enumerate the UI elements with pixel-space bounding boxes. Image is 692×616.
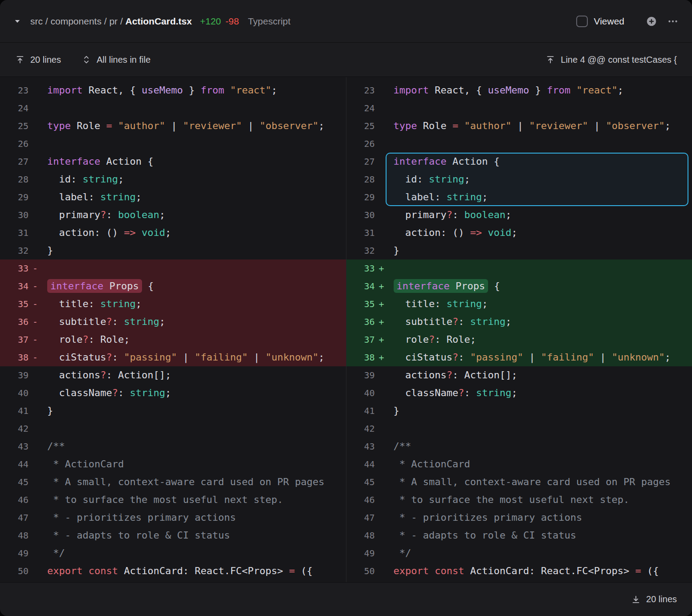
diff-marker (28, 491, 42, 509)
code-token: string (124, 316, 159, 327)
line-number[interactable]: 43 (346, 438, 375, 455)
diff-row: 42 (0, 420, 346, 438)
line-number[interactable]: 48 (0, 527, 28, 544)
line-number[interactable]: 23 (0, 81, 28, 99)
line-number[interactable]: 45 (346, 473, 375, 491)
line-number[interactable]: 27 (0, 153, 28, 170)
code-token: : Action[]; (452, 369, 517, 381)
code-line: */ (42, 544, 65, 562)
line-number[interactable]: 41 (346, 402, 375, 420)
code-token: import (394, 85, 429, 96)
line-number[interactable]: 40 (0, 384, 28, 402)
expand-all-button[interactable]: All lines in file (81, 55, 151, 65)
line-number[interactable]: 32 (346, 242, 375, 259)
line-number[interactable]: 33 (346, 259, 375, 277)
code-token: primary (394, 209, 447, 220)
diff-row: 45 * A small, context-aware card used on… (346, 473, 692, 491)
code-token: | (248, 352, 265, 363)
line-number[interactable]: 41 (0, 402, 28, 420)
line-number[interactable]: 47 (0, 509, 28, 527)
line-number[interactable]: 27 (346, 153, 375, 170)
line-number[interactable]: 45 (0, 473, 28, 491)
diff-marker (28, 188, 42, 206)
line-number[interactable]: 48 (346, 527, 375, 544)
diff-row: 24 (0, 99, 346, 117)
code-line: * to surface the most useful next step. (42, 491, 283, 509)
expand-all-label: All lines in file (97, 55, 151, 65)
line-number[interactable]: 26 (0, 135, 28, 153)
line-number[interactable]: 39 (346, 366, 375, 384)
line-number[interactable]: 30 (0, 206, 28, 224)
line-number[interactable]: 35 (0, 295, 28, 313)
code-line: actions?: Action[]; (42, 366, 171, 384)
line-number[interactable]: 25 (0, 117, 28, 135)
code-token: role (47, 334, 82, 345)
code-line (42, 99, 47, 117)
diff-row: 30 primary?: boolean; (346, 206, 692, 224)
line-number[interactable]: 46 (346, 491, 375, 509)
code-token: } (183, 85, 201, 96)
line-number[interactable]: 42 (0, 420, 28, 438)
code-token: * to surface the most useful next step. (47, 494, 283, 505)
line-number[interactable]: 46 (0, 491, 28, 509)
code-line: interface Props { (42, 277, 154, 295)
viewed-checkbox[interactable] (576, 16, 588, 27)
expand-lines-button[interactable]: 20 lines (15, 55, 61, 65)
line-number[interactable]: 39 (0, 366, 28, 384)
line-number[interactable]: 24 (0, 99, 28, 117)
line-number[interactable]: 31 (346, 224, 375, 242)
line-number[interactable]: 34 (346, 277, 375, 295)
line-number[interactable]: 43 (0, 438, 28, 455)
code-token: "react" (230, 85, 272, 96)
line-number[interactable]: 42 (346, 420, 375, 438)
code-token: } (394, 405, 399, 416)
code-line: type Role = "author" | "reviewer" | "obs… (388, 117, 671, 135)
line-number[interactable]: 25 (346, 117, 375, 135)
line-number[interactable]: 37 (346, 331, 375, 349)
code-line: } (42, 242, 53, 259)
line-number[interactable]: 49 (0, 544, 28, 562)
line-number[interactable]: 33 (0, 259, 28, 277)
diff-marker (28, 438, 42, 455)
more-options-icon[interactable] (667, 16, 679, 27)
diff-row: 36+ subtitle?: string; (346, 313, 692, 331)
line-number[interactable]: 32 (0, 242, 28, 259)
line-number[interactable]: 44 (346, 455, 375, 473)
code-line: * - prioritizes primary actions (388, 509, 582, 527)
line-number[interactable]: 50 (346, 562, 375, 580)
code-token (82, 565, 88, 576)
code-token: : (106, 209, 118, 220)
line-number[interactable]: 29 (0, 188, 28, 206)
line-number[interactable]: 50 (0, 562, 28, 580)
line-number[interactable]: 47 (346, 509, 375, 527)
line-number[interactable]: 26 (346, 135, 375, 153)
add-comment-icon[interactable] (646, 16, 657, 27)
line-number[interactable]: 44 (0, 455, 28, 473)
diff-marker (28, 509, 42, 527)
line-number[interactable]: 49 (346, 544, 375, 562)
collapse-chevron-icon[interactable] (13, 17, 21, 25)
line-number[interactable]: 28 (346, 170, 375, 188)
expand-down-button[interactable]: 20 lines (631, 594, 677, 604)
line-number[interactable]: 40 (346, 384, 375, 402)
line-number[interactable]: 37 (0, 331, 28, 349)
line-number[interactable]: 36 (346, 313, 375, 331)
line-number[interactable]: 35 (346, 295, 375, 313)
line-number[interactable]: 30 (346, 206, 375, 224)
line-number[interactable]: 24 (346, 99, 375, 117)
line-number[interactable]: 36 (0, 313, 28, 331)
diff-marker (28, 224, 42, 242)
line-number[interactable]: 28 (0, 170, 28, 188)
line-number[interactable]: 29 (346, 188, 375, 206)
line-number[interactable]: 38 (0, 349, 28, 366)
line-number[interactable]: 38 (346, 349, 375, 366)
line-number[interactable]: 23 (346, 81, 375, 99)
code-token: actions (47, 369, 100, 381)
code-token: } (394, 245, 399, 256)
code-token: ; (511, 387, 517, 398)
line-number[interactable]: 34 (0, 277, 28, 295)
line-number[interactable]: 31 (0, 224, 28, 242)
hunk-expand-button[interactable]: Line 4 @@ const testCases { (545, 55, 677, 65)
diff-row: 25type Role = "author" | "reviewer" | "o… (346, 117, 692, 135)
code-token: = (106, 120, 112, 131)
